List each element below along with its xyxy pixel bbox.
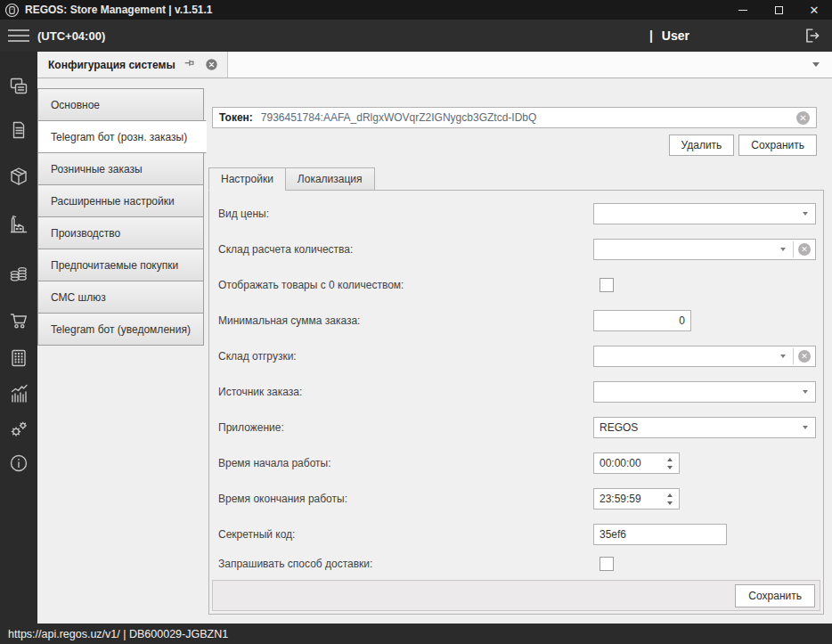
nav-item-advanced-settings[interactable]: Расширенные настройки	[37, 184, 204, 217]
form-row: Источник заказа:	[209, 374, 823, 410]
nav-item-telegram-bot-notifications[interactable]: Telegram бот (уведомления)	[37, 313, 204, 346]
document-icon[interactable]	[8, 119, 29, 141]
cart-icon[interactable]	[8, 310, 29, 331]
tab-list-chevron-icon[interactable]	[812, 62, 820, 67]
tab-close-icon[interactable]	[205, 58, 218, 71]
form-row: Вид цены:	[209, 196, 823, 232]
close-button[interactable]: ✕	[796, 0, 832, 20]
delete-button[interactable]: Удалить	[669, 135, 735, 156]
quantity-warehouse-label: Склад расчета количества:	[218, 243, 593, 256]
chevron-down-icon	[780, 355, 786, 358]
tab-settings[interactable]: Настройки	[208, 167, 286, 191]
hamburger-menu-button[interactable]	[8, 29, 29, 42]
token-field[interactable]: Токен: 7936451784:AAFA_dRlgxWOVqrZ2IGNyg…	[212, 107, 817, 128]
work-start-time-input[interactable]: 00:00:00	[593, 452, 680, 474]
settings-nav-panel: Основное Telegram бот (розн. заказы) Роз…	[37, 78, 207, 624]
app-window: REGOS: Store Management | v.1.51.1 ✕ (UT…	[0, 0, 832, 644]
nav-item-retail-orders[interactable]: Розничные заказы	[37, 152, 204, 185]
minimize-icon	[738, 10, 747, 11]
info-icon[interactable]	[8, 452, 29, 474]
statusbar: https://api.regos.uz/v1/ | DB600029-JGBZ…	[0, 624, 832, 644]
quantity-warehouse-select[interactable]: ✕	[593, 239, 816, 260]
logout-icon[interactable]	[802, 26, 821, 45]
form-row: Минимальная сумма заказа:	[209, 303, 823, 338]
shipment-warehouse-clear-icon[interactable]: ✕	[798, 350, 811, 363]
chevron-down-icon	[780, 248, 786, 251]
show-zero-quantity-label: Отображать товары с 0 количеством:	[218, 279, 593, 291]
nav-item-main[interactable]: Основное	[37, 88, 204, 121]
titlebar: REGOS: Store Management | v.1.51.1 ✕	[0, 0, 832, 20]
coins-icon[interactable]	[8, 262, 29, 283]
statistics-icon[interactable]	[8, 383, 29, 404]
user-name: User	[662, 29, 689, 43]
min-order-amount-input[interactable]	[593, 310, 691, 331]
divider	[793, 241, 794, 257]
min-order-amount-label: Минимальная сумма заказа:	[218, 314, 593, 327]
form-row: Время начала работы: 00:00:00	[209, 445, 823, 481]
token-value: 7936451784:AAFA_dRlgxWOVqrZ2IGNygcb3GZtc…	[261, 111, 536, 124]
show-zero-quantity-checkbox[interactable]	[600, 278, 614, 292]
tab-system-configuration[interactable]: Конфигурация системы	[37, 52, 228, 77]
work-end-time-input[interactable]: 23:59:59	[593, 488, 680, 509]
window-title: REGOS: Store Management | v.1.51.1	[25, 4, 213, 16]
tab-localization[interactable]: Локализация	[285, 167, 375, 191]
secret-code-input[interactable]	[593, 524, 727, 545]
form-footer: Сохранить	[212, 580, 820, 611]
request-delivery-method-label: Запрашивать способ доставки:	[218, 558, 593, 570]
menubar: (UTC+04:00) | User	[0, 20, 832, 52]
divider	[793, 348, 794, 364]
time-spinner[interactable]	[661, 493, 679, 505]
form-row: Склад расчета количества: ✕	[209, 232, 823, 267]
token-actions: Удалить Сохранить	[207, 135, 817, 156]
form-row: Приложение: REGOS	[209, 410, 823, 445]
settings-gears-icon[interactable]	[8, 419, 29, 440]
shipment-warehouse-select[interactable]: ✕	[593, 346, 816, 367]
shipment-warehouse-label: Склад отгрузки:	[218, 350, 593, 363]
form-row: Запрашивать способ доставки:	[209, 552, 823, 575]
timezone-label: (UTC+04:00)	[37, 29, 105, 43]
pin-icon[interactable]	[184, 58, 197, 71]
chevron-down-icon	[803, 390, 808, 394]
settings-groupbox: Вид цены: Склад расчета количества:	[208, 190, 824, 615]
time-spinner[interactable]	[661, 458, 679, 469]
nav-item-telegram-bot-retail-orders[interactable]: Telegram бот (розн. заказы)	[37, 120, 207, 153]
token-label: Токен:	[219, 111, 253, 124]
price-type-select[interactable]	[593, 203, 816, 224]
form-save-button[interactable]: Сохранить	[735, 584, 815, 607]
secret-code-label: Секретный код:	[218, 528, 593, 541]
spin-up-icon	[667, 493, 673, 497]
nav-item-sms-gateway[interactable]: СМС шлюз	[37, 281, 204, 314]
api-url-and-db: https://api.regos.uz/v1/ | DB600029-JGBZ…	[8, 628, 228, 640]
request-delivery-method-checkbox[interactable]	[600, 557, 614, 571]
order-source-label: Источник заказа:	[218, 386, 593, 398]
nav-item-preferred-purchases[interactable]: Предпочитаемые покупки	[37, 249, 204, 281]
maximize-button[interactable]	[761, 0, 796, 20]
application-label: Приложение:	[218, 421, 593, 434]
spin-down-icon	[667, 501, 673, 505]
save-button[interactable]: Сохранить	[738, 135, 817, 156]
form-row: Время окончания работы: 23:59:59	[209, 481, 823, 517]
token-clear-icon[interactable]: ✕	[796, 111, 810, 125]
factory-icon[interactable]	[8, 214, 29, 235]
building-icon[interactable]	[8, 347, 29, 369]
quantity-warehouse-clear-icon[interactable]: ✕	[798, 243, 811, 256]
package-icon[interactable]	[8, 166, 29, 187]
form-row: Отображать товары с 0 количеством:	[209, 267, 823, 303]
content-area: Токен: 7936451784:AAFA_dRlgxWOVqrZ2IGNyg…	[207, 78, 832, 624]
nav-item-production[interactable]: Производство	[37, 216, 204, 249]
order-source-select[interactable]	[593, 381, 816, 403]
user-separator: |	[649, 29, 653, 43]
minimize-button[interactable]	[725, 0, 761, 20]
application-select[interactable]: REGOS	[593, 417, 816, 438]
form-tabs: Настройки Локализация	[208, 167, 832, 191]
document-tabstrip: Конфигурация системы	[37, 52, 832, 78]
work-start-time-label: Время начала работы:	[218, 457, 593, 469]
price-type-label: Вид цены:	[218, 208, 593, 220]
terminals-icon[interactable]	[8, 76, 29, 97]
form-row: Склад отгрузки: ✕	[209, 338, 823, 374]
icon-sidebar	[0, 52, 37, 624]
chevron-down-icon	[803, 426, 808, 429]
tab-label: Конфигурация системы	[48, 59, 175, 71]
spin-down-icon	[667, 466, 673, 469]
close-icon: ✕	[810, 4, 820, 16]
